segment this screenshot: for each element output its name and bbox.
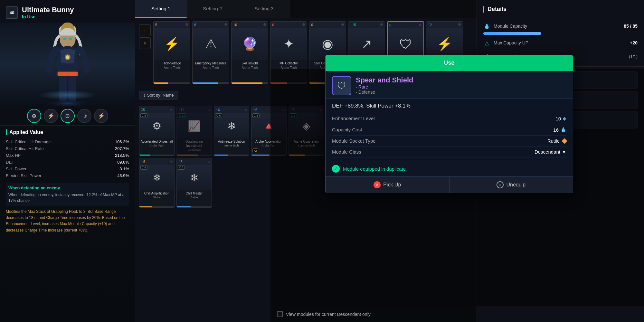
cost-value: 5 <box>257 114 258 117</box>
grid-module-card[interactable]: ⌃5 ⚙ C 5 ◈ Arche Concretion Support Tech <box>289 106 324 156</box>
gmc-bar <box>139 155 174 156</box>
cost-icon: C <box>291 114 293 117</box>
when-defeating-box: When defeating an enemy When defeating a… <box>6 183 129 206</box>
gmc-name: Chill Amplification <box>143 190 170 196</box>
module-bar <box>193 82 229 84</box>
max-capacity-value: +20 <box>630 40 638 45</box>
grid-module-card[interactable]: ⌃6 ⚙ C 6 ❄ Chill Amplification Strike <box>139 158 175 208</box>
module-type: Arche Tech <box>281 66 297 70</box>
when-defeating-title: When defeating an enemy <box>8 185 127 190</box>
popup-card[interactable]: Use 🛡 Spear and Shield · Rare · Defense … <box>325 55 573 193</box>
unequip-button[interactable]: ○ Unequip <box>450 177 573 193</box>
grid-module-card[interactable]: C5 ⚙ C 5 ⚙ Accelerated Driveshaft Arche … <box>139 106 175 156</box>
tab-setting2[interactable]: Setting 2 <box>187 0 238 18</box>
character-level: 40 <box>6 6 18 19</box>
stat-row: Electric Skill Power46.9% <box>6 172 129 179</box>
popup-effect: DEF +89.8%, Skill Power +8.1% <box>326 99 573 113</box>
descendant-checkbox[interactable] <box>277 311 283 317</box>
equipped-module-card[interactable]: 6 ⚙ ✦ MP Collector Arche Tech <box>270 21 307 84</box>
module-bar-fill <box>193 82 218 84</box>
duplicate-text: Module equipped in duplicate <box>343 166 406 172</box>
capacity-bar <box>483 32 638 35</box>
gmc-settings-icon: ⚙ <box>170 108 173 112</box>
skill-icon-2[interactable]: ⚡ <box>44 109 58 123</box>
popup-actions: ✕ Pick Up ○ Unequip <box>326 176 573 193</box>
module-card-top: +15 ⚙ <box>348 22 385 28</box>
unequip-icon: ○ <box>497 181 504 188</box>
pickup-button[interactable]: ✕ Pick Up <box>326 177 450 193</box>
gmc-type: Support Tech <box>298 144 315 147</box>
equipped-module-card[interactable]: 5 ⚙ ⚡ High-Voltage Arche Tech <box>153 21 190 84</box>
gmc-settings-icon: ⚙ <box>207 108 210 112</box>
popup-stat-label: Enhancement Level <box>332 116 375 121</box>
svg-rect-4 <box>58 71 78 76</box>
skill-icon-5[interactable]: ⚡ <box>94 109 108 123</box>
equipped-module-card[interactable]: 8 ⚙ ⚠ Emergency Measures Arche Tech <box>192 21 229 84</box>
stat-row: DEF89.8% <box>6 159 129 166</box>
gmc-bar-fill <box>214 155 228 156</box>
skill-icon-4[interactable]: ☽ <box>77 109 91 123</box>
gmc-type: Arche Tech <box>150 144 164 147</box>
gmc-level: ⌃12 <box>178 108 184 112</box>
gmc-type: Battle <box>190 196 198 199</box>
gmc-top: ⌃6 ⚙ <box>139 158 174 165</box>
gmc-bar <box>177 206 212 207</box>
gmc-settings-icon: ⚙ <box>170 160 173 164</box>
gmc-name: Chill Master <box>185 190 204 196</box>
gmc-cost: C 5 <box>252 113 260 118</box>
gmc-top: ⌃6 ⚙ <box>177 158 212 165</box>
tab-setting1[interactable]: Setting 1 <box>135 0 187 18</box>
grid-module-card[interactable]: ⌃6 ⚙ C 6 ❄ Antifreeze Solution Arche Tec… <box>214 106 249 156</box>
gmc-level: ⌃6 <box>215 108 220 112</box>
when-defeating-text: When defeating an enemy, instantly recov… <box>8 192 127 204</box>
module-level: 16 <box>233 23 237 27</box>
equipped-module-card[interactable]: 16 ⚙ 🔮 Skill Insight Arche Tech <box>231 21 268 84</box>
gmc-cost: C 6 <box>140 165 147 170</box>
rutile-icon <box>562 138 567 144</box>
slot-2: II <box>139 37 151 49</box>
gmc-top: ⌃5 ⚙ <box>289 106 324 113</box>
module-bar <box>270 82 307 84</box>
gmc-level: ⌃5 <box>290 108 295 112</box>
module-card-top: 12 ⚙ <box>426 22 463 28</box>
module-level: 5 <box>155 23 157 27</box>
use-button[interactable]: Use <box>326 55 573 71</box>
module-gear-icon: ⚙ <box>185 23 188 27</box>
module-bar-fill <box>270 82 287 84</box>
gmc-bar <box>289 155 324 156</box>
module-capacity-label: Module Capacity <box>494 24 620 29</box>
popup-stat-label: Module Socket Type <box>332 138 376 144</box>
gmc-cost: C 6 <box>215 113 222 118</box>
skill-icon-3[interactable]: ⊙ <box>61 109 75 123</box>
gmc-level: ⌃6 <box>141 160 145 164</box>
energy-value: (1/1) <box>629 54 638 59</box>
module-card-top: 6 ⚙ <box>309 22 346 28</box>
sort-button[interactable]: ↕ Sort by: Name <box>139 91 178 99</box>
svg-rect-3 <box>69 38 72 40</box>
popup-stat-row: Module Socket Type Rutile <box>332 136 566 147</box>
popup-stat-value: Rutile <box>547 138 566 144</box>
skill-icons-row: ⊛ ⚡ ⊙ ☽ ⚡ <box>0 106 135 126</box>
sort-label: Sort by: Name <box>147 93 174 98</box>
gmc-type: Cooldown <box>188 148 201 151</box>
gmc-type: Strike <box>153 196 160 199</box>
modifier-text: Modifies the Max Stack of Grappling Hook… <box>6 209 129 233</box>
skill-icon-1[interactable]: ⊛ <box>27 109 41 123</box>
tab-setting3[interactable]: Setting 3 <box>238 0 290 18</box>
module-type: Arche Tech <box>164 66 180 70</box>
stat-value: 8.1% <box>119 166 129 171</box>
applied-value-title: Applied Value <box>6 129 129 135</box>
grid-module-card[interactable]: ⌃6 ⚙ C 6 ❄ Chill Master Battle <box>176 158 212 208</box>
pickup-label: Pick Up <box>383 182 401 188</box>
grid-module-card[interactable]: ⌃12 ⚙ C 12 📈 Outstanding Investment Cool… <box>176 106 212 156</box>
char-glow <box>39 90 97 100</box>
popup-stats: Enhancement Level 10 ◆ Capacity Cost 16 … <box>326 113 573 161</box>
stat-name: Max HP <box>6 153 21 158</box>
character-header: 40 Ultimate Bunny In Use <box>0 0 135 23</box>
grid-module-card[interactable]: ⌃5 ⚙ C 5 🔺 Arche Acceleration Arche Tech… <box>251 106 287 156</box>
details-header: Details <box>477 0 644 16</box>
popup-stat-label: Module Class <box>332 149 361 155</box>
stat-value: 218.5% <box>115 153 129 158</box>
module-gear-icon: ⚙ <box>302 23 305 27</box>
module-level: 6 <box>311 23 313 27</box>
